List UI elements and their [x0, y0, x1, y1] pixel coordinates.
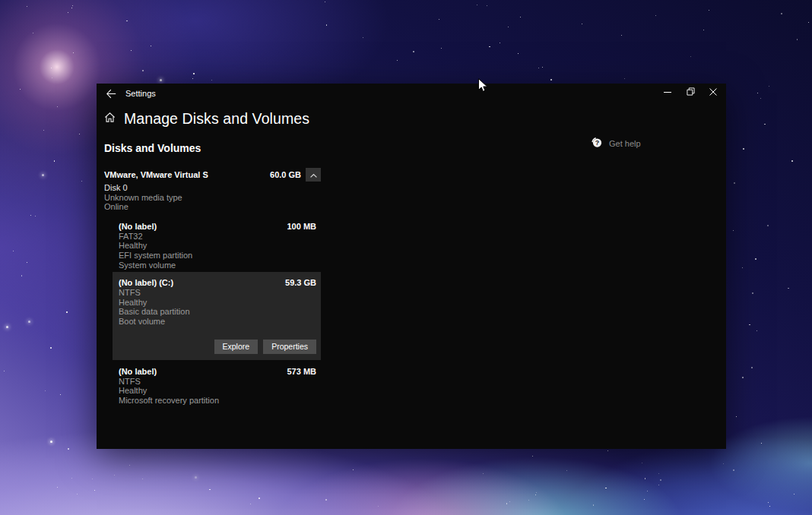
home-icon [104, 112, 116, 126]
minimize-button[interactable] [656, 84, 679, 100]
partition-name: (No label) [119, 367, 157, 377]
partition-size: 100 MB [287, 222, 316, 232]
page-header: Manage Disks and Volumes [104, 110, 309, 128]
get-help-icon: ? [591, 137, 603, 150]
disk-header-row[interactable]: VMware, VMware Virtual S 60.0 GB [104, 168, 321, 182]
disk-media-type: Unknown media type [104, 193, 321, 203]
partition-item-efi[interactable]: (No label) 100 MB FAT32 Healthy EFI syst… [113, 217, 321, 272]
partition-detail: NTFS [119, 377, 316, 387]
section-title: Disks and Volumes [104, 142, 201, 154]
back-button[interactable] [102, 86, 120, 104]
disk-meta: Disk 0 Unknown media type Online [104, 183, 321, 212]
disk-section: VMware, VMware Virtual S 60.0 GB Disk 0 … [104, 168, 321, 407]
desktop-wallpaper: Settings Manage Disks [0, 0, 812, 515]
partition-detail: System volume [119, 261, 316, 270]
arrow-left-icon [106, 89, 116, 101]
window-title: Settings [125, 89, 156, 98]
explore-button[interactable]: Explore [214, 340, 259, 354]
disk-id: Disk 0 [104, 183, 321, 193]
minimize-icon [664, 87, 671, 98]
restore-icon [687, 87, 695, 98]
partition-detail: Healthy [119, 241, 316, 251]
get-help-label: Get help [609, 139, 641, 148]
partition-size: 573 MB [287, 367, 316, 377]
disk-size: 60.0 GB [270, 170, 301, 179]
partition-details: FAT32 Healthy EFI system partition Syste… [119, 232, 316, 270]
svg-text:?: ? [595, 139, 599, 147]
disk-name: VMware, VMware Virtual S [104, 170, 270, 179]
partition-actions: Explore Properties [119, 340, 316, 354]
properties-button[interactable]: Properties [263, 340, 316, 354]
chevron-up-icon [309, 169, 318, 181]
partition-details: NTFS Healthy Microsoft recovery partitio… [119, 377, 316, 406]
page-title: Manage Disks and Volumes [124, 110, 309, 128]
partition-detail: NTFS [119, 288, 316, 298]
caption-buttons [656, 84, 725, 100]
partition-detail: Microsoft recovery partition [119, 396, 316, 406]
partition-item-recovery[interactable]: (No label) 573 MB NTFS Healthy Microsoft… [113, 362, 321, 408]
partition-name: (No label) [119, 222, 157, 232]
settings-window: Settings Manage Disks [97, 84, 726, 449]
partition-detail: FAT32 [119, 232, 316, 242]
partition-header: (No label) (C:) 59.3 GB [119, 278, 316, 288]
collapse-disk-button[interactable] [306, 168, 321, 182]
mouse-cursor [477, 78, 488, 96]
partition-detail: Healthy [119, 298, 316, 308]
partition-detail: Boot volume [119, 317, 316, 327]
partition-details: NTFS Healthy Basic data partition Boot v… [119, 288, 316, 326]
partition-name: (No label) (C:) [119, 278, 173, 288]
partition-header: (No label) 573 MB [119, 367, 316, 377]
partition-detail: Healthy [119, 386, 316, 396]
partition-detail: EFI system partition [119, 251, 316, 261]
close-icon [709, 87, 717, 98]
maximize-button[interactable] [679, 84, 702, 100]
close-button[interactable] [702, 84, 725, 100]
partition-detail: Basic data partition [119, 307, 316, 317]
partition-list: (No label) 100 MB FAT32 Healthy EFI syst… [113, 217, 321, 408]
get-help-link[interactable]: ? Get help [591, 137, 641, 150]
partition-size: 59.3 GB [285, 278, 316, 288]
partition-item-c-drive[interactable]: (No label) (C:) 59.3 GB NTFS Healthy Bas… [113, 272, 321, 359]
partition-header: (No label) 100 MB [119, 222, 316, 232]
disk-status: Online [104, 202, 321, 212]
